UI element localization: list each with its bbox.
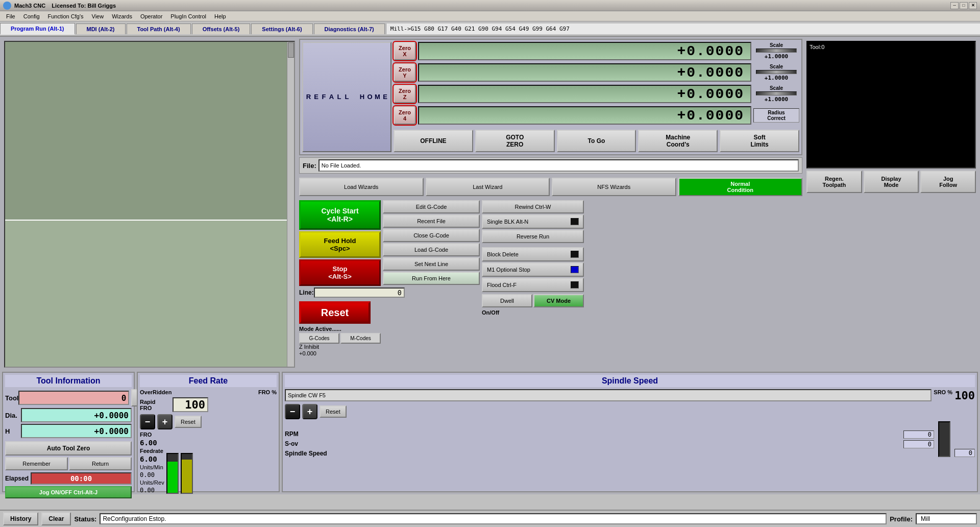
- zero-y-button[interactable]: ZeroY: [394, 63, 416, 82]
- spindle-cw-input[interactable]: [285, 389, 932, 401]
- file-input[interactable]: [318, 159, 799, 172]
- units-rev-label: Units/Rev: [140, 480, 164, 486]
- block-delete-indicator: [571, 251, 579, 258]
- zero-z-button[interactable]: ZeroZ: [394, 85, 416, 103]
- dia-input[interactable]: [21, 408, 132, 422]
- gcode-display: Mill->G15 G80 G17 G40 G21 G90 G94 G54 G4…: [386, 23, 980, 34]
- nfs-wizards-button[interactable]: NFS Wizards: [552, 178, 676, 196]
- rpm-row: RPM 0: [285, 430, 934, 439]
- tab-diagnostics[interactable]: Diagnostics (Alt-7): [314, 23, 385, 34]
- soft-limits-button[interactable]: Soft Limits: [720, 130, 799, 152]
- scale-panel-x: Scale +1.0000: [753, 42, 799, 60]
- run-from-here-button[interactable]: Run From Here: [383, 272, 480, 285]
- scrollbar-vertical[interactable]: [287, 42, 294, 367]
- radius-correct: RadiusCorrect: [753, 108, 799, 123]
- tab-offsets[interactable]: Offsets (Alt-5): [192, 23, 251, 34]
- fro-plus-button[interactable]: +: [157, 414, 173, 429]
- fro-minus-button[interactable]: −: [140, 414, 155, 429]
- on-off-label: On/Off: [482, 309, 499, 316]
- offline-button[interactable]: OFFLINE: [394, 130, 473, 152]
- scale-bar-y: [756, 70, 797, 74]
- cycle-start-button[interactable]: Cycle Start <Alt-R>: [299, 200, 381, 230]
- tool-label: Tool:0: [810, 44, 973, 50]
- stop-button[interactable]: Stop <Alt-S>: [299, 259, 381, 286]
- remember-return-row: Remember Return: [5, 457, 132, 470]
- menu-operator[interactable]: Operator: [136, 12, 166, 20]
- block-delete-row: Block Delete: [482, 247, 584, 261]
- zero-x-button[interactable]: ZeroX: [394, 42, 416, 60]
- dro-display-4[interactable]: +0.0000: [418, 106, 751, 125]
- regen-toolpath-button[interactable]: Regen. Toolpath: [806, 171, 862, 193]
- last-wizard-button[interactable]: Last Wizard: [426, 178, 550, 196]
- menu-bar: File Config Function Cfg's View Wizards …: [0, 11, 980, 21]
- to-go-button[interactable]: To Go: [557, 130, 636, 152]
- toolpath-display: Tool:0: [806, 41, 976, 169]
- tab-settings[interactable]: Settings (Alt-6): [251, 23, 312, 34]
- recent-file-button[interactable]: Recent File: [383, 214, 480, 228]
- feed-hold-button[interactable]: Feed Hold <Spc>: [299, 231, 381, 258]
- goto-zero-button[interactable]: GOTO ZERO: [475, 130, 555, 152]
- load-wizards-button[interactable]: Load Wizards: [299, 178, 424, 196]
- tab-program-run[interactable]: Program Run (Alt-1): [0, 23, 75, 35]
- units-rev-value: 0.00: [140, 487, 164, 494]
- dro-display-x[interactable]: +0.0000: [418, 42, 751, 60]
- menu-file[interactable]: File: [2, 12, 19, 20]
- clear-button[interactable]: Clear: [41, 512, 71, 525]
- tool-number-input[interactable]: [18, 391, 129, 405]
- tab-tool-path[interactable]: Tool Path (Alt-4): [127, 23, 191, 34]
- minimize-button[interactable]: ─: [950, 2, 959, 9]
- menu-config[interactable]: Config: [19, 12, 44, 20]
- maximize-button[interactable]: □: [960, 2, 968, 9]
- reverse-run-button[interactable]: Reverse Run: [482, 230, 584, 243]
- g-codes-button[interactable]: G-Codes: [299, 333, 339, 344]
- zero-4-button[interactable]: Zero4: [394, 106, 416, 125]
- rpm-label: RPM: [285, 430, 299, 439]
- dwell-button[interactable]: Dwell: [482, 294, 532, 307]
- close-gcode-button[interactable]: Close G-Code: [383, 229, 480, 242]
- machine-coords-button[interactable]: Machine Coord's: [638, 130, 718, 152]
- menu-view[interactable]: View: [88, 12, 108, 20]
- window-controls: ─ □ ✕: [950, 2, 977, 9]
- codes-row: G-Codes M-Codes: [299, 333, 381, 344]
- h-input[interactable]: [21, 424, 132, 438]
- scrollbar-thumb[interactable]: [288, 42, 294, 58]
- spindle-plus-button[interactable]: +: [302, 404, 317, 419]
- load-gcode-button[interactable]: Load G-Code: [383, 243, 480, 256]
- auto-tool-zero-button[interactable]: Auto Tool Zero: [5, 441, 132, 456]
- bottom-panels: Tool Information Tool Change Tool Dia. H…: [0, 372, 980, 494]
- ref-home-label[interactable]: REFALLHOME: [302, 42, 391, 152]
- close-button[interactable]: ✕: [969, 2, 977, 9]
- dwell-cv-row: Dwell CV Mode: [482, 294, 584, 307]
- menu-function-cfg[interactable]: Function Cfg's: [44, 12, 88, 20]
- spindle-minus-button[interactable]: −: [285, 404, 300, 419]
- license-text: Licensed To: Bill Griggs: [52, 3, 116, 9]
- m-codes-button[interactable]: M-Codes: [340, 333, 381, 344]
- return-button[interactable]: Return: [69, 457, 132, 470]
- set-next-line-button[interactable]: Set Next Line: [383, 257, 480, 271]
- jog-follow-button[interactable]: Jog Follow: [920, 171, 976, 193]
- display-mode-button[interactable]: Display Mode: [864, 171, 919, 193]
- menu-wizards[interactable]: Wizards: [108, 12, 136, 20]
- units-min-label: Units/Min: [140, 464, 164, 470]
- spindle-reset-button[interactable]: Reset: [320, 405, 347, 418]
- menu-plugin[interactable]: PlugIn Control: [166, 12, 210, 20]
- tab-mdi[interactable]: MDI (Alt-2): [76, 23, 126, 34]
- overridden-label: OverRidden: [140, 389, 256, 395]
- radius-label: RadiusCorrect: [767, 110, 786, 121]
- dro-display-y[interactable]: +0.0000: [418, 63, 751, 82]
- jog-on-off-button[interactable]: Jog ON/OFF Ctrl-Alt-J: [5, 486, 132, 498]
- remember-button[interactable]: Remember: [5, 457, 68, 470]
- scale-label-z: Scale: [770, 85, 783, 91]
- menu-help[interactable]: Help: [210, 12, 230, 20]
- rewind-button[interactable]: Rewind Ctrl-W: [482, 200, 584, 213]
- fro-reset-button[interactable]: Reset: [175, 416, 202, 428]
- status-bar: History Clear Status: ReConfiguration Es…: [0, 510, 980, 527]
- history-button[interactable]: History: [3, 512, 38, 525]
- left-controls: Cycle Start <Alt-R> Feed Hold <Spc> Stop…: [299, 200, 381, 370]
- cv-mode-button[interactable]: CV Mode: [533, 294, 584, 307]
- edit-gcode-button[interactable]: Edit G-Code: [383, 200, 480, 213]
- spindle-top-row: SRO % 100: [285, 389, 975, 402]
- m1-optional-label: M1 Optional Stop: [487, 267, 569, 273]
- dro-display-z[interactable]: +0.0000: [418, 85, 751, 103]
- reset-button[interactable]: Reset: [299, 301, 371, 324]
